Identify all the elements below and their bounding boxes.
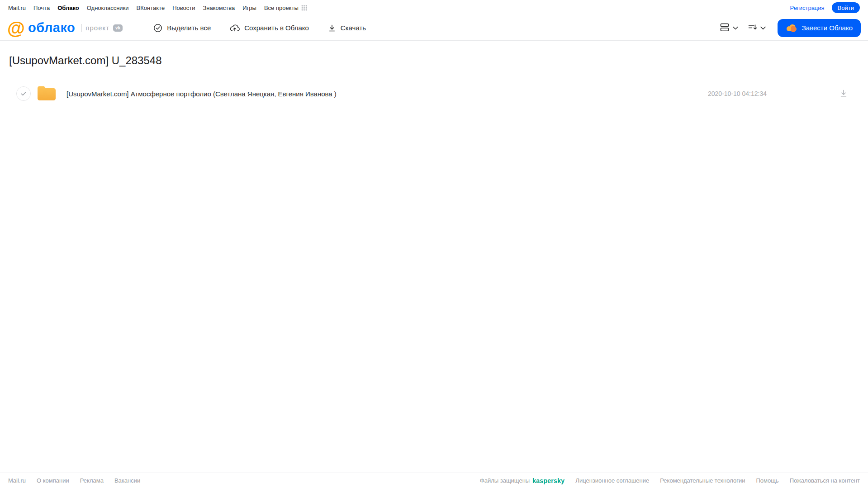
cloud-header: @ облако проект vk Выделить все Сох — [0, 15, 868, 41]
portal-nav: Mail.ru Почта Облако Одноклассники ВКонт… — [8, 5, 307, 11]
nav-mail[interactable]: Почта — [33, 5, 50, 11]
topbar-auth: Регистрация Войти — [790, 2, 860, 13]
footer-help-link[interactable]: Помощь — [756, 477, 778, 484]
list-view-icon — [720, 23, 730, 33]
vk-project-tag: проект vk — [81, 24, 123, 32]
mailru-at-icon: @ — [7, 19, 24, 37]
chevron-down-icon — [733, 24, 738, 31]
footer-license-link[interactable]: Лицензионное соглашение — [575, 477, 649, 484]
vk-logo-badge: vk — [113, 24, 123, 32]
kaspersky-protection-link[interactable]: Файлы защищены kaspersky — [480, 477, 565, 484]
project-label: проект — [85, 24, 109, 32]
sort-dropdown[interactable] — [746, 21, 768, 34]
nav-vkontakte[interactable]: ВКонтакте — [137, 5, 165, 11]
registration-link[interactable]: Регистрация — [790, 5, 825, 11]
download-button[interactable]: Скачать — [328, 24, 366, 32]
footer-about-link[interactable]: О компании — [37, 477, 69, 484]
footer-recommendation-link[interactable]: Рекомендательные технологии — [660, 477, 745, 484]
download-icon — [328, 24, 336, 32]
nav-mailru[interactable]: Mail.ru — [8, 5, 26, 11]
file-name[interactable]: [UsupovMarket.com] Атмосферное портфолио… — [66, 90, 337, 98]
nav-all-projects-label: Все проекты — [264, 5, 299, 11]
sort-icon — [748, 23, 757, 33]
page-title: [UsupovMarket.com] U_283548 — [9, 54, 859, 67]
row-download-button[interactable] — [838, 88, 849, 100]
apps-grid-icon — [301, 5, 307, 11]
footer-right-links: Файлы защищены kaspersky Лицензионное со… — [480, 477, 860, 484]
footer-jobs-link[interactable]: Вакансии — [114, 477, 140, 484]
footer-ads-link[interactable]: Реклама — [80, 477, 104, 484]
login-button[interactable]: Войти — [832, 2, 860, 13]
kaspersky-protected-label: Файлы защищены — [480, 477, 530, 484]
cloud-upload-icon — [230, 24, 240, 33]
footer-report-link[interactable]: Пожаловаться на контент — [790, 477, 860, 484]
select-all-label: Выделить все — [167, 24, 211, 32]
orange-cloud-icon — [786, 23, 797, 33]
row-checkbox[interactable] — [16, 86, 31, 101]
chevron-down-icon — [760, 24, 766, 31]
nav-games[interactable]: Игры — [242, 5, 256, 11]
file-date: 2020-10-10 04:12:34 — [708, 90, 767, 97]
nav-all-projects[interactable]: Все проекты — [264, 5, 307, 11]
file-toolbar: Выделить все Сохранить в Облако Скачать — [153, 24, 366, 33]
folder-icon — [37, 85, 57, 103]
select-all-button[interactable]: Выделить все — [153, 24, 211, 33]
create-cloud-button[interactable]: Завести Облако — [778, 19, 861, 37]
circle-check-icon — [153, 24, 162, 33]
header-right-controls: Завести Облако — [718, 19, 861, 37]
main-content: [UsupovMarket.com] U_283548 [UsupovMarke… — [0, 54, 868, 104]
nav-odnoklassniki[interactable]: Одноклассники — [87, 5, 129, 11]
view-mode-dropdown[interactable] — [718, 21, 740, 35]
nav-cloud[interactable]: Облако — [57, 5, 79, 11]
cloud-logo-text: облако — [28, 20, 75, 35]
file-row[interactable]: [UsupovMarket.com] Атмосферное портфолио… — [9, 83, 859, 104]
logo-divider — [81, 24, 82, 32]
save-to-cloud-label: Сохранить в Облако — [244, 24, 309, 32]
nav-dating[interactable]: Знакомства — [203, 5, 235, 11]
footer: Mail.ru О компании Реклама Вакансии Файл… — [0, 473, 868, 488]
cloud-logo[interactable]: @ облако — [7, 19, 75, 37]
nav-news[interactable]: Новости — [172, 5, 195, 11]
portal-topbar: Mail.ru Почта Облако Одноклассники ВКонт… — [0, 0, 868, 15]
kaspersky-logo: kaspersky — [532, 477, 564, 484]
download-label: Скачать — [341, 24, 366, 32]
footer-mailru-link[interactable]: Mail.ru — [8, 477, 26, 484]
footer-left-links: Mail.ru О компании Реклама Вакансии — [8, 477, 140, 484]
create-cloud-label: Завести Облако — [802, 24, 853, 32]
save-to-cloud-button[interactable]: Сохранить в Облако — [230, 24, 309, 33]
